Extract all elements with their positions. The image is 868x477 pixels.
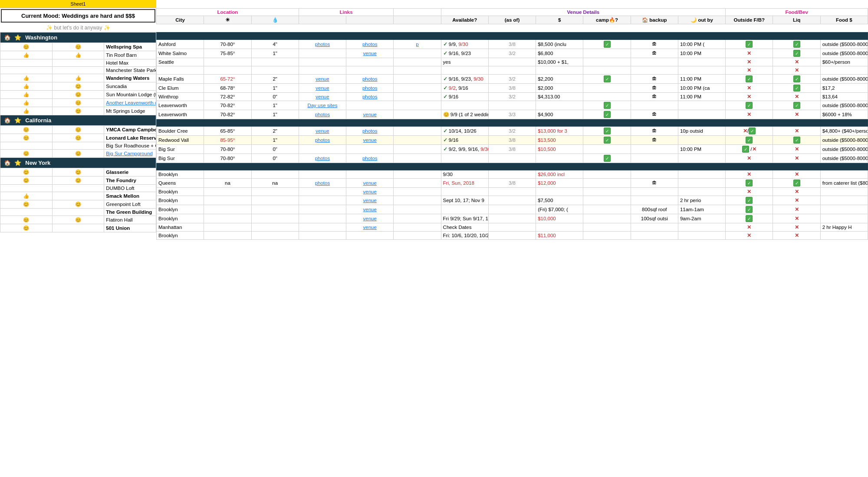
link2[interactable]: venue xyxy=(363,112,377,117)
section-data-empty xyxy=(157,33,868,40)
liq-cell: ✓ xyxy=(773,49,820,58)
sun-header: ☀ xyxy=(204,16,251,24)
food-cell: $17,2 xyxy=(820,84,868,93)
sheet-tab[interactable]: Sheet1 xyxy=(0,0,156,8)
link3[interactable]: p xyxy=(416,42,418,47)
outside-fb-header: Outside F/B? xyxy=(726,16,773,24)
name-cell: Another Leavenworth campground xyxy=(104,99,156,107)
rain-cell xyxy=(251,223,299,232)
out-by-cell xyxy=(678,110,725,119)
food-cell: $13,64 xyxy=(820,93,868,101)
link1[interactable]: photos xyxy=(315,42,330,47)
as-of-cell: 3/3 xyxy=(488,110,536,119)
name-cell: Sun Mountain Lodge (too deep) xyxy=(104,91,156,99)
liq-cell: ✕ xyxy=(773,66,820,75)
city-cell xyxy=(157,66,204,75)
link1[interactable]: venue xyxy=(316,94,329,99)
cost-cell: $7,500 xyxy=(536,196,583,205)
emoji1-cell: 😊 xyxy=(0,134,53,142)
as-of-cell: 3/8 xyxy=(488,40,536,49)
table-row: Hotel Max xyxy=(0,59,156,67)
link2[interactable]: photos xyxy=(362,76,378,82)
link1[interactable]: photos xyxy=(315,112,330,117)
emoji1-cell: 😊 xyxy=(0,150,53,158)
liq-cell: ✓ xyxy=(773,136,820,145)
table-row: 👍 😊 Another Leavenworth campground xyxy=(0,99,156,107)
outside-fb-cell: ✓ xyxy=(726,136,773,145)
camp-cell: ✓ xyxy=(583,110,631,119)
rain-cell xyxy=(251,58,299,66)
link2[interactable]: venue xyxy=(363,207,377,212)
name-cell: Hotel Max xyxy=(104,59,156,67)
link2[interactable]: venue xyxy=(363,189,377,194)
link2[interactable]: photos xyxy=(362,94,378,99)
link2[interactable]: photos xyxy=(362,42,378,47)
temp-cell xyxy=(204,205,251,214)
link2[interactable]: venue xyxy=(363,51,377,56)
table-row: Winthrop 72-82° 0" venue photos ✓ 9/16 3… xyxy=(157,93,868,101)
emoji2-cell xyxy=(52,142,104,150)
out-by-header: 🌙 out by xyxy=(678,16,725,24)
city-cell: Winthrop xyxy=(157,93,204,101)
table-row: Redwood Vall 85-95° 1" photos venue ✓ 9/… xyxy=(157,136,868,145)
cost-cell: $12,000 xyxy=(536,179,583,188)
link2-cell: venue xyxy=(346,110,394,119)
link1-cell: Day use sites xyxy=(299,101,346,110)
link1[interactable]: venue xyxy=(316,76,329,82)
venue-link[interactable]: Big Sur Campground xyxy=(106,151,152,156)
available-cell xyxy=(441,154,488,163)
link2[interactable]: venue xyxy=(363,198,377,203)
available-cell: Fri, Sun, 2018 xyxy=(441,179,488,188)
link1-cell: venue xyxy=(299,93,346,101)
venue-name: Leonard Lake Reserve xyxy=(106,135,156,140)
backup-cell: 🏚 xyxy=(631,127,678,136)
subtitle: ✨ but let's do it anyway ✨ xyxy=(0,23,156,32)
dollar-header: $ xyxy=(536,16,583,24)
link2[interactable]: venue xyxy=(363,225,377,230)
link2[interactable]: photos xyxy=(362,156,378,161)
link1[interactable]: Day use sites xyxy=(307,103,337,108)
food-cell: outside ($5000-8000 xyxy=(820,136,868,145)
link2-cell xyxy=(346,101,394,110)
link2[interactable]: photos xyxy=(362,128,378,134)
link1[interactable]: photos xyxy=(315,180,330,186)
link1[interactable]: venue xyxy=(316,85,329,91)
city-cell: Redwood Vall xyxy=(157,136,204,145)
link1[interactable]: venue xyxy=(316,128,329,134)
available-cell: ✓ 10/14, 10/26 xyxy=(441,127,488,136)
as-of-cell xyxy=(488,66,536,75)
out-by-cell xyxy=(678,154,725,163)
section-name: California xyxy=(25,117,51,124)
link2[interactable]: venue xyxy=(363,137,377,143)
outside-fb-cell: ✓ xyxy=(726,40,773,49)
backup-cell: 🏚 xyxy=(631,110,678,119)
outside-fb-cell: ✓ xyxy=(726,75,773,84)
camp-cell: ✓ xyxy=(583,154,631,163)
camp-cell xyxy=(583,214,631,223)
table-row: DUMBO Loft xyxy=(0,185,156,192)
link1[interactable]: photos xyxy=(315,156,330,161)
city-cell: Queens xyxy=(157,179,204,188)
as-of-cell xyxy=(488,101,536,110)
link1-header xyxy=(299,16,346,24)
backup-cell xyxy=(631,170,678,179)
link1[interactable]: photos xyxy=(315,137,330,143)
mood-label: Current Mood: Weddings are hard and $$$ xyxy=(21,13,135,19)
backup-cell: 🏚 xyxy=(631,40,678,49)
link2[interactable]: photos xyxy=(362,85,378,91)
venue-link[interactable]: Another Leavenworth campground xyxy=(106,100,156,105)
venue-name: Hotel Max xyxy=(106,60,128,65)
emoji2-cell: 😊 xyxy=(52,200,104,209)
liq-cell: ✕ xyxy=(773,214,820,223)
emoji1-cell xyxy=(0,59,53,67)
section-emoji2: ⭐ xyxy=(14,34,21,41)
link2[interactable]: venue xyxy=(363,216,377,221)
data-panel: Ashford 70-80° 4" photos photos p ✓ 9/9,… xyxy=(156,32,868,240)
camp-cell xyxy=(583,196,631,205)
table-row: Cle Elum 68-78° 1" venue photos ✓ 9/2, 9… xyxy=(157,84,868,93)
out-by-cell: 11am-1am xyxy=(678,205,725,214)
venue-name: Greenpoint Loft xyxy=(106,202,140,207)
city-cell: White Salmo xyxy=(157,49,204,58)
city-cell: Brooklyn xyxy=(157,170,204,179)
link2[interactable]: venue xyxy=(363,180,377,186)
